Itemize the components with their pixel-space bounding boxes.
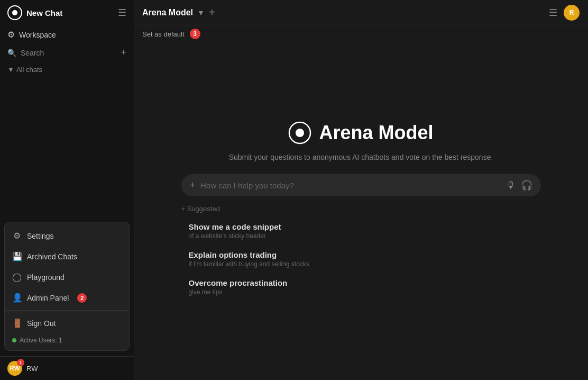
suggestion-sub-1: if I'm familiar with buying and selling … — [189, 260, 534, 268]
set-default-badge: 3 — [190, 29, 200, 39]
suggestion-item-0[interactable]: Show me a code snippet of a website's st… — [181, 217, 541, 245]
chat-input-bar[interactable]: + How can I help you today? 🎙 🎧 — [181, 174, 541, 196]
active-dot — [12, 338, 16, 342]
headset-icon[interactable]: 🎧 — [521, 179, 532, 191]
suggestion-item-1[interactable]: Explain options trading if I'm familiar … — [181, 245, 541, 273]
svg-point-3 — [296, 129, 304, 137]
suggestion-title-1: Explain options trading — [189, 250, 534, 259]
top-bar-user-initial: R — [569, 9, 574, 16]
suggestion-sub-2: give me tips — [189, 288, 534, 296]
user-name: RW — [26, 365, 38, 373]
admin-icon: 👤 — [12, 293, 22, 303]
sidebar-item-archived-chats[interactable]: 💾 Archived Chats — [5, 246, 129, 267]
main-content: Arena Model Submit your questions to ano… — [134, 42, 588, 380]
top-bar-avatar[interactable]: R — [564, 5, 580, 21]
svg-point-1 — [12, 10, 17, 15]
top-bar: Arena Model ▼ + ☰ R — [134, 0, 588, 25]
main-area: Arena Model ▼ + ☰ R Set as default 3 Are… — [134, 0, 588, 380]
menu-icon[interactable]: ☰ — [118, 7, 126, 19]
sidebar-item-settings[interactable]: ⚙ Settings — [5, 225, 129, 246]
set-default-text[interactable]: Set as default — [142, 30, 185, 38]
workspace-icon: ⚙ — [7, 30, 15, 40]
chevron-down-icon: ▼ — [7, 66, 14, 74]
archive-icon: 💾 — [12, 251, 22, 261]
model-chevron-icon[interactable]: ▼ — [197, 8, 205, 17]
logo-icon — [7, 5, 22, 20]
sidebar-logo-area: New Chat — [7, 5, 62, 20]
search-left: 🔍 Search — [7, 49, 44, 57]
sidebar-item-workspace[interactable]: ⚙ Workspace — [0, 25, 134, 44]
sidebar-header: New Chat ☰ — [0, 0, 134, 25]
chat-input-placeholder[interactable]: How can I help you today? — [200, 181, 500, 190]
sign-out-label: Sign Out — [27, 319, 56, 328]
suggested-section: + Suggested Show me a code snippet of a … — [181, 205, 541, 301]
sign-out-icon: 🚪 — [12, 318, 22, 328]
sidebar-item-sign-out[interactable]: 🚪 Sign Out — [5, 313, 129, 333]
search-label: Search — [21, 49, 44, 57]
top-bar-left: Arena Model ▼ + — [142, 6, 215, 19]
playground-icon: ◯ — [12, 272, 22, 282]
workspace-label: Workspace — [19, 31, 56, 39]
admin-panel-label: Admin Panel — [27, 294, 69, 302]
microphone-icon[interactable]: 🎙 — [506, 180, 516, 191]
suggested-label: + Suggested — [181, 205, 541, 213]
top-bar-add-icon[interactable]: + — [209, 6, 215, 19]
new-chat-add-icon[interactable]: + — [121, 47, 126, 58]
settings-label: Settings — [27, 232, 54, 240]
active-users-label: Active Users: 1 — [20, 337, 62, 344]
all-chats-label: All chats — [16, 66, 42, 74]
model-name: Arena Model — [142, 8, 193, 17]
archived-chats-label: Archived Chats — [27, 252, 77, 261]
sidebar: New Chat ☰ ⚙ Workspace 🔍 Search + ▼ All … — [0, 0, 134, 380]
active-users-section: Active Users: 1 — [5, 333, 129, 347]
settings-icon: ⚙ — [12, 231, 22, 241]
suggestion-title-2: Overcome procrastination — [189, 278, 534, 287]
avatar: RW 1 — [7, 361, 22, 376]
suggestion-item-2[interactable]: Overcome procrastination give me tips — [181, 273, 541, 301]
arena-header: Arena Model — [288, 121, 433, 144]
arena-logo-icon — [288, 121, 311, 144]
playground-label: Playground — [27, 273, 65, 282]
sidebar-popup-menu: ⚙ Settings 💾 Archived Chats ◯ Playground… — [4, 222, 130, 351]
user-notification-badge: 1 — [17, 359, 24, 366]
suggestion-title-0: Show me a code snippet — [189, 222, 534, 231]
popup-divider — [5, 310, 129, 311]
filter-settings-icon[interactable]: ☰ — [549, 7, 557, 19]
sidebar-item-playground[interactable]: ◯ Playground — [5, 267, 129, 287]
all-chats-section: ▼ All chats — [0, 61, 134, 78]
sidebar-item-admin-panel[interactable]: 👤 Admin Panel 2 — [5, 287, 129, 308]
admin-badge: 2 — [77, 293, 87, 303]
suggestion-sub-0: of a website's sticky header — [189, 232, 534, 240]
sidebar-user-row[interactable]: RW 1 RW — [0, 356, 134, 380]
arena-title: Arena Model — [319, 122, 433, 144]
set-default-bar: Set as default 3 — [134, 25, 588, 42]
sidebar-new-chat-title: New Chat — [26, 8, 62, 17]
arena-subtitle: Submit your questions to anonymous AI ch… — [229, 153, 493, 161]
sidebar-search[interactable]: 🔍 Search + — [0, 44, 134, 61]
chat-input-add-icon[interactable]: + — [190, 180, 196, 191]
top-bar-right: ☰ R — [549, 5, 580, 21]
search-icon: 🔍 — [7, 49, 16, 57]
